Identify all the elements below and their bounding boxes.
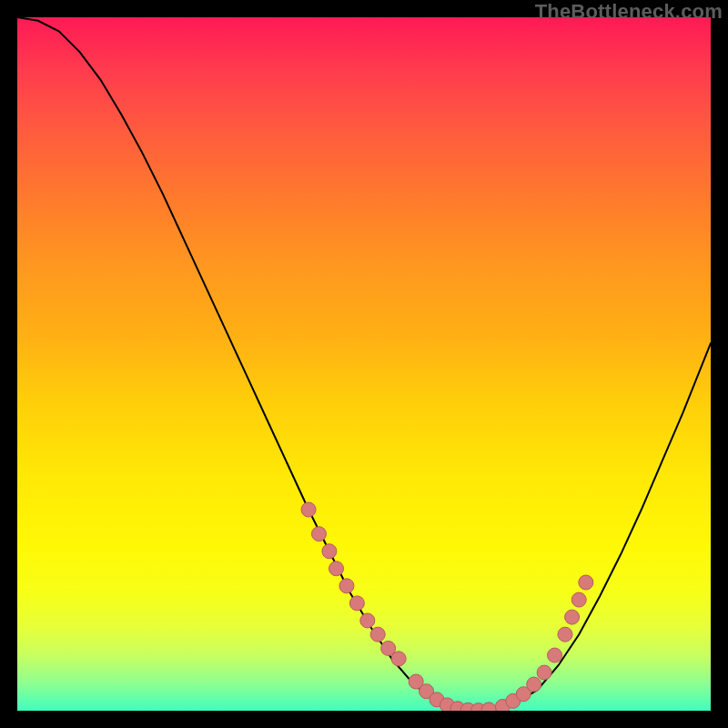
- plot-area: [17, 17, 711, 711]
- data-dot: [322, 544, 337, 559]
- data-dot: [571, 592, 586, 607]
- chart-frame: TheBottleneck.com: [0, 0, 728, 728]
- data-dot: [311, 527, 326, 541]
- data-dot: [329, 561, 344, 576]
- data-dot: [339, 579, 354, 593]
- bottleneck-curve: [17, 17, 711, 711]
- data-dot: [360, 613, 375, 628]
- data-dot: [565, 610, 580, 624]
- data-dots: [301, 502, 593, 711]
- data-dot: [349, 596, 364, 611]
- data-dot: [548, 648, 562, 662]
- data-dot: [537, 665, 551, 680]
- data-dot: [301, 502, 316, 517]
- chart-svg: [17, 17, 711, 711]
- data-dot: [579, 575, 593, 590]
- watermark: TheBottleneck.com: [535, 0, 723, 24]
- data-dot: [391, 652, 406, 666]
- data-dot: [481, 703, 496, 711]
- data-dot: [370, 627, 385, 642]
- data-dot: [558, 627, 572, 642]
- data-dot: [527, 677, 541, 692]
